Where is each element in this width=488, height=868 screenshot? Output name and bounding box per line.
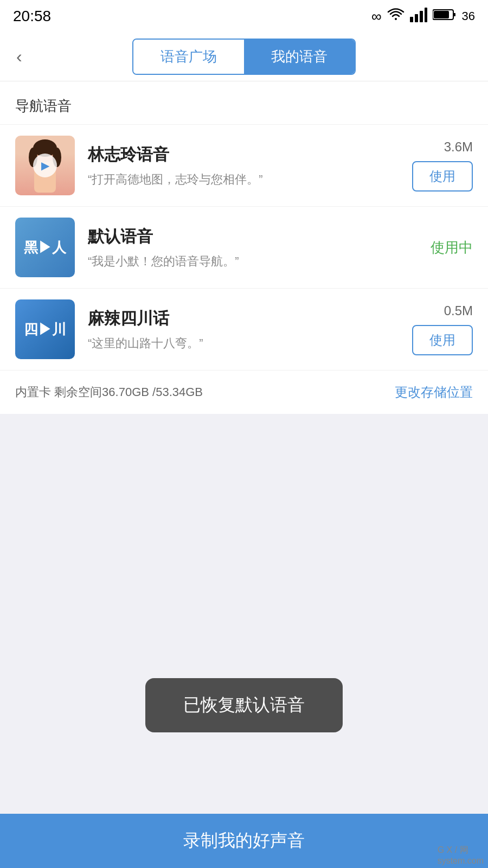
battery-icon bbox=[433, 8, 457, 24]
main-content: 导航语音 ▶ 林志玲语音 “打开高德地图，志玲与您相伴。” bbox=[0, 81, 488, 414]
voice-action-linzhiling: 3.6M 使用 bbox=[408, 139, 473, 192]
empty-area bbox=[0, 414, 488, 723]
svg-rect-2 bbox=[420, 11, 423, 22]
voice-name-sichuan: 麻辣四川话 bbox=[88, 308, 395, 330]
svg-rect-6 bbox=[434, 11, 449, 18]
voice-info-linzhiling: 林志玲语音 “打开高德地图，志玲与您相伴。” bbox=[88, 144, 395, 188]
default-thumb-inner: 黑▶人 bbox=[15, 218, 75, 277]
bottom-bar-label: 录制我的好声音 bbox=[183, 829, 305, 853]
status-icons: ∞ 36 bbox=[371, 7, 475, 25]
voice-desc-linzhiling: “打开高德地图，志玲与您相伴。” bbox=[88, 171, 395, 188]
bottom-record-bar[interactable]: 录制我的好声音 bbox=[0, 814, 488, 868]
section-label: 导航语音 bbox=[0, 81, 488, 124]
infinity-icon: ∞ bbox=[371, 8, 382, 25]
voice-item-default: 黑▶人 默认语音 “我是小默！您的语音导航。” 使用中 bbox=[0, 206, 488, 288]
voice-action-default: 使用中 bbox=[408, 238, 473, 257]
battery-level: 36 bbox=[462, 9, 475, 23]
storage-text: 内置卡 剩余空间36.70GB /53.34GB bbox=[15, 384, 203, 400]
voice-info-default: 默认语音 “我是小默！您的语音导航。” bbox=[88, 226, 395, 270]
voice-size-linzhiling: 3.6M bbox=[444, 139, 473, 155]
tab-plaza[interactable]: 语音广场 bbox=[133, 40, 244, 74]
toast: 已恢复默认语音 bbox=[145, 678, 343, 732]
svg-rect-5 bbox=[453, 13, 455, 16]
thumb-linzhiling[interactable]: ▶ bbox=[15, 136, 75, 195]
status-time: 20:58 bbox=[13, 8, 51, 25]
tab-group: 语音广场 我的语音 bbox=[132, 39, 356, 75]
voice-name-default: 默认语音 bbox=[88, 226, 395, 248]
voice-name-linzhiling: 林志玲语音 bbox=[88, 144, 395, 166]
storage-bar: 内置卡 剩余空间36.70GB /53.34GB 更改存储位置 bbox=[0, 370, 488, 414]
use-button-linzhiling[interactable]: 使用 bbox=[412, 161, 473, 192]
nav-bar: ‹ 语音广场 我的语音 bbox=[0, 33, 488, 81]
use-button-sichuan[interactable]: 使用 bbox=[412, 325, 473, 355]
thumb-default[interactable]: 黑▶人 bbox=[15, 218, 75, 277]
svg-rect-0 bbox=[410, 17, 413, 22]
watermark: G X / 网system.com bbox=[438, 845, 484, 866]
svg-rect-3 bbox=[425, 8, 427, 22]
storage-link[interactable]: 更改存储位置 bbox=[395, 384, 473, 401]
voice-desc-sichuan: “这里的山路十八弯。” bbox=[88, 335, 395, 352]
svg-rect-1 bbox=[415, 14, 418, 22]
play-icon-linzhiling[interactable]: ▶ bbox=[33, 154, 57, 177]
sichuan-thumb-inner: 四▶川 bbox=[15, 299, 75, 359]
thumb-sichuan[interactable]: 四▶川 bbox=[15, 299, 75, 359]
voice-info-sichuan: 麻辣四川话 “这里的山路十八弯。” bbox=[88, 308, 395, 352]
sichuan-label: 四▶川 bbox=[24, 320, 66, 339]
voice-size-sichuan: 0.5M bbox=[444, 303, 473, 318]
in-use-label: 使用中 bbox=[431, 238, 473, 257]
status-bar: 20:58 ∞ bbox=[0, 0, 488, 33]
back-button[interactable]: ‹ bbox=[16, 47, 22, 67]
voice-desc-default: “我是小默！您的语音导航。” bbox=[88, 253, 395, 270]
default-thumb-text: 黑▶人 bbox=[24, 238, 66, 257]
tab-mine[interactable]: 我的语音 bbox=[244, 40, 355, 74]
wifi-icon bbox=[387, 7, 404, 25]
voice-action-sichuan: 0.5M 使用 bbox=[408, 303, 473, 355]
voice-item-linzhiling: ▶ 林志玲语音 “打开高德地图，志玲与您相伴。” 3.6M 使用 bbox=[0, 124, 488, 206]
signal-icon bbox=[410, 7, 427, 25]
voice-item-sichuan: 四▶川 麻辣四川话 “这里的山路十八弯。” 0.5M 使用 bbox=[0, 288, 488, 370]
